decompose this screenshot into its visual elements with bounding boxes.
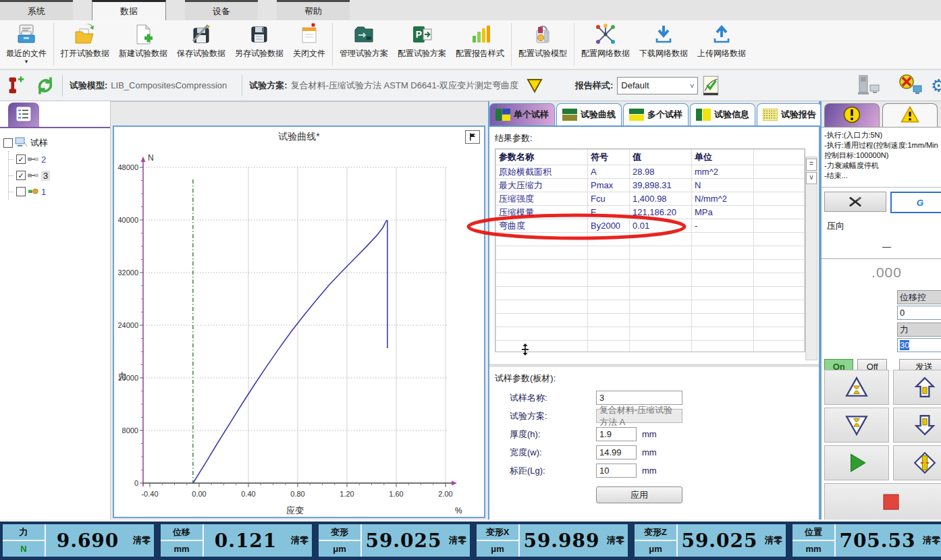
down-button[interactable] xyxy=(893,408,941,443)
tab-1[interactable]: 单个试样 xyxy=(489,103,555,125)
force-input[interactable]: 30 N xyxy=(897,338,941,352)
apply-button[interactable]: 应用 xyxy=(596,486,682,503)
tab-3[interactable]: 多个试样 xyxy=(623,103,689,125)
report-style-button[interactable]: 配置报告样式 xyxy=(451,20,509,69)
refresh-icon[interactable] xyxy=(35,76,55,96)
test-scheme-value: 复合材料-压缩试验方法 ASTM D6641-双应变片测定弯曲度 xyxy=(291,80,518,92)
form-input-1[interactable]: 3 xyxy=(596,391,682,405)
tree-item-specimen-2[interactable]: ✓2 xyxy=(9,151,109,167)
ribbon-button-label: 配置网络数据 xyxy=(581,48,630,59)
process-log: -执行:(入口力:5N)-执行:通用过程(控制速度:1mm/Min控制目标:10… xyxy=(822,128,941,188)
channel-name: 力 xyxy=(3,524,45,541)
results-empty-row xyxy=(496,287,805,300)
panel-splitter[interactable] xyxy=(489,364,819,367)
chart-flag-button[interactable] xyxy=(465,130,480,144)
specimen-checkbox[interactable]: ✓ xyxy=(16,155,26,164)
zero-button[interactable]: 清零 xyxy=(288,524,312,557)
results-row[interactable]: 原始横截面积A28.98mm^2 xyxy=(496,165,805,179)
results-row[interactable]: 压缩强度Fcu1,400.98N/mm^2 xyxy=(496,192,805,206)
tab-2[interactable]: 试验曲线 xyxy=(556,103,622,125)
status-channel-2: 位移mm0.121清零 xyxy=(161,524,312,557)
manage-scheme-button[interactable]: 管理试验方案 xyxy=(335,20,393,69)
tab-4[interactable]: 试验信息 xyxy=(690,103,755,125)
ribbon-button-label: 管理试验方案 xyxy=(340,48,388,59)
tab-alarms[interactable] xyxy=(882,103,938,127)
connect-button[interactable]: G xyxy=(890,192,941,213)
form-input-5[interactable]: 10 xyxy=(596,464,637,478)
tab-process-status[interactable] xyxy=(824,103,880,127)
connect-icon: G xyxy=(912,194,928,211)
report-style-select[interactable]: Default ˅ xyxy=(617,77,698,94)
stop-button[interactable] xyxy=(824,483,941,521)
menu-item-2[interactable]: 数据 xyxy=(92,0,166,20)
svg-text:G: G xyxy=(917,198,924,208)
svg-text:0.40: 0.40 xyxy=(241,490,255,498)
gear-icon[interactable]: ⚙ xyxy=(931,76,941,96)
channel-label: 力N xyxy=(3,524,46,557)
force-strain-chart[interactable]: 080001600024000320004000048000-0.400.000… xyxy=(114,144,484,522)
recent-files-button[interactable]: 最近的文件▾ xyxy=(1,20,51,69)
results-table: 参数名称符号值单位原始横截面积A28.98mm^2最大压缩力Pmax39,898… xyxy=(495,149,805,352)
save-data-button[interactable]: 保存试验数据 xyxy=(172,20,230,69)
tab-5[interactable]: 试验报告 xyxy=(757,103,822,125)
svg-text:32000: 32000 xyxy=(117,269,138,277)
zero-button[interactable]: 清零 xyxy=(130,524,154,557)
results-cell: 121,186.20 xyxy=(630,206,692,219)
displacement-input[interactable]: 0 mm xyxy=(897,306,941,320)
ribbon-button-label: 新建试验数据 xyxy=(119,48,167,59)
config-model-button[interactable]: 配置试验模型 xyxy=(514,20,572,69)
tree-item-specimen-3[interactable]: ✓3 xyxy=(9,167,109,184)
form-input-3[interactable]: 1.9 xyxy=(596,427,637,441)
return-button[interactable] xyxy=(893,445,941,480)
results-cell: - xyxy=(692,219,754,233)
upload-network-button[interactable]: 上传网络数据 xyxy=(693,20,751,69)
results-cell: E xyxy=(588,206,630,219)
specimen-checkbox[interactable] xyxy=(16,187,26,196)
specimen-checkbox[interactable]: ✓ xyxy=(16,171,26,180)
results-row[interactable]: 压缩模量E121,186.20MPa xyxy=(496,206,805,219)
fast-down-button[interactable] xyxy=(824,408,889,443)
open-data-button[interactable]: 打开试验数据 xyxy=(56,20,114,69)
ribbon-button-label: 上传网络数据 xyxy=(697,48,746,59)
new-data-button[interactable]: 新建试验数据 xyxy=(114,20,172,69)
saveas-data-button[interactable]: 另存试验数据 xyxy=(230,20,288,69)
tab-specimen-list[interactable] xyxy=(8,103,39,127)
menu-item-4[interactable]: 帮助 xyxy=(277,0,350,20)
results-scrollbar[interactable]: = v xyxy=(805,157,817,360)
tree-item-specimen-1[interactable]: 1 xyxy=(9,184,109,200)
zero-button[interactable]: 清零 xyxy=(919,524,941,557)
zero-button[interactable]: 清零 xyxy=(603,524,628,557)
ribbon-button-label: 关闭文件 xyxy=(293,48,325,59)
menu-item-3[interactable]: 设备 xyxy=(185,0,258,20)
config-network-icon xyxy=(594,22,617,47)
zero-button[interactable]: 清零 xyxy=(761,524,786,557)
config-scheme-button[interactable]: P配置试验方案 xyxy=(393,20,451,69)
zero-button[interactable]: 清零 xyxy=(446,524,470,557)
fast-up-button[interactable] xyxy=(824,370,889,405)
config-network-button[interactable]: 配置网络数据 xyxy=(576,20,635,69)
tree-root-label: 试样 xyxy=(30,137,48,149)
results-cell: mm^2 xyxy=(692,165,754,179)
add-specimen-icon[interactable] xyxy=(5,75,26,96)
tab-icon xyxy=(495,109,510,121)
channel-value: 59.989 xyxy=(520,524,603,557)
results-row[interactable]: 弯曲度By20000.01- xyxy=(496,219,805,233)
warning-triangle-icon[interactable] xyxy=(527,78,543,93)
tree-root-specimens[interactable]: 试样 xyxy=(1,135,109,151)
splitter-grip[interactable]: = xyxy=(806,159,817,171)
root-checkbox[interactable] xyxy=(3,138,13,148)
form-input-4[interactable]: 14.99 xyxy=(596,445,637,459)
start-test-button[interactable] xyxy=(824,445,889,480)
scroll-down-button[interactable]: v xyxy=(806,172,817,184)
clamp-disabled-button[interactable] xyxy=(824,192,886,212)
ribbon-separator xyxy=(53,23,54,66)
up-button[interactable] xyxy=(893,370,941,405)
download-network-button[interactable]: 下载网络数据 xyxy=(635,20,693,69)
channel-name: 变形 xyxy=(319,524,360,541)
menu-item-1[interactable]: 系统 xyxy=(0,0,73,20)
svg-text:0.80: 0.80 xyxy=(290,490,304,498)
results-row[interactable]: 最大压缩力Pmax39,898.31N xyxy=(496,179,805,192)
close-file-button[interactable]: 关闭文件 xyxy=(288,20,330,69)
report-preview-icon[interactable] xyxy=(702,75,721,96)
upload-network-icon xyxy=(710,22,733,47)
